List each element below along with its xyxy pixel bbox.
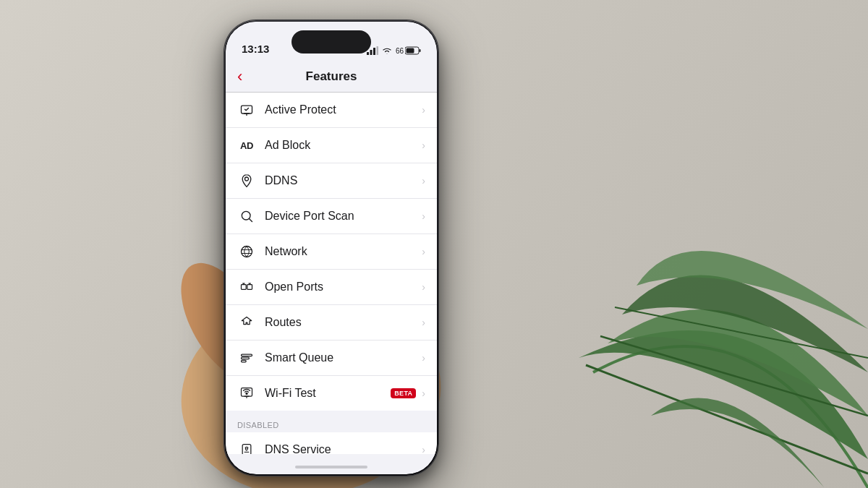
ddns-chevron: › <box>422 175 425 187</box>
ddns-label: DDNS <box>265 174 416 187</box>
status-time: 13:13 <box>242 43 269 56</box>
wifi-test-label: Wi-Fi Test <box>265 387 386 400</box>
routes-chevron: › <box>422 317 425 328</box>
svg-rect-37 <box>242 360 247 362</box>
svg-point-24 <box>242 211 250 220</box>
routes-label: Routes <box>265 316 416 329</box>
device-port-scan-chevron: › <box>422 210 425 222</box>
svg-rect-18 <box>420 49 421 52</box>
network-chevron: › <box>422 246 425 257</box>
dns-service-label: DNS Service <box>265 443 416 454</box>
svg-rect-30 <box>247 285 252 290</box>
disabled-section-header: Disabled <box>226 416 437 432</box>
dns-service-icon <box>237 440 256 454</box>
wifi-icon <box>382 47 392 55</box>
svg-rect-42 <box>242 445 251 455</box>
smart-queue-label: Smart Queue <box>265 351 416 364</box>
ddns-icon <box>237 171 256 190</box>
phone-screen: 13:13 <box>226 22 437 474</box>
wifi-test-icon <box>237 384 256 403</box>
back-button[interactable]: ‹ <box>237 69 242 85</box>
ddns-row[interactable]: DDNS › <box>226 163 437 199</box>
open-ports-icon <box>237 278 256 296</box>
ad-block-label: Ad Block <box>265 139 416 152</box>
routes-icon <box>237 313 256 332</box>
ad-block-chevron: › <box>422 140 425 151</box>
device-port-scan-label: Device Port Scan <box>265 210 416 223</box>
active-protect-row[interactable]: Active Protect › <box>226 93 437 128</box>
svg-rect-29 <box>242 285 247 290</box>
svg-rect-14 <box>370 50 372 55</box>
device-port-scan-row[interactable]: Device Port Scan › <box>226 199 437 234</box>
dynamic-island <box>292 30 371 53</box>
phone-device: 13:13 <box>224 20 438 476</box>
ad-block-icon: AD <box>237 136 256 155</box>
open-ports-chevron: › <box>422 281 425 293</box>
wifi-test-row[interactable]: Wi-Fi Test beta › <box>226 376 437 411</box>
open-ports-label: Open Ports <box>265 281 416 294</box>
svg-rect-35 <box>242 354 252 356</box>
smart-queue-icon <box>237 348 256 367</box>
plant-decoration <box>521 141 868 488</box>
svg-line-25 <box>250 219 252 222</box>
svg-rect-16 <box>376 46 378 55</box>
battery-level: 66 <box>396 47 404 55</box>
svg-point-26 <box>242 247 252 257</box>
network-label: Network <box>265 245 416 258</box>
dns-service-row[interactable]: DNS Service › <box>226 432 437 454</box>
enabled-section: Active Protect › AD Ad Block › <box>226 93 437 411</box>
active-protect-label: Active Protect <box>265 103 416 116</box>
svg-rect-36 <box>242 357 250 359</box>
svg-rect-13 <box>367 52 369 55</box>
open-ports-row[interactable]: Open Ports › <box>226 270 437 305</box>
svg-point-23 <box>245 177 249 181</box>
svg-point-39 <box>246 393 247 394</box>
wifi-test-badge: beta <box>391 388 416 398</box>
device-port-scan-icon <box>237 207 256 226</box>
routes-row[interactable]: Routes › <box>226 305 437 341</box>
page-title: Features <box>306 69 357 84</box>
disabled-section: Disabled DNS Service › <box>226 416 437 454</box>
battery-icon: 66 <box>396 46 421 55</box>
dns-service-chevron: › <box>422 444 425 454</box>
status-icons: 66 <box>367 46 421 56</box>
wifi-test-chevron: › <box>422 388 425 399</box>
smart-queue-chevron: › <box>422 352 425 364</box>
network-row[interactable]: Network › <box>226 234 437 270</box>
ad-block-row[interactable]: AD Ad Block › <box>226 128 437 163</box>
battery-body <box>405 46 421 55</box>
nav-bar: ‹ Features <box>226 61 437 93</box>
network-icon <box>237 242 256 261</box>
active-protect-chevron: › <box>422 104 425 116</box>
features-list[interactable]: Active Protect › AD Ad Block › <box>226 93 437 454</box>
svg-rect-15 <box>373 48 375 55</box>
svg-rect-19 <box>407 48 414 53</box>
home-indicator <box>295 466 367 468</box>
smart-queue-row[interactable]: Smart Queue › <box>226 341 437 376</box>
active-protect-icon <box>237 100 256 119</box>
